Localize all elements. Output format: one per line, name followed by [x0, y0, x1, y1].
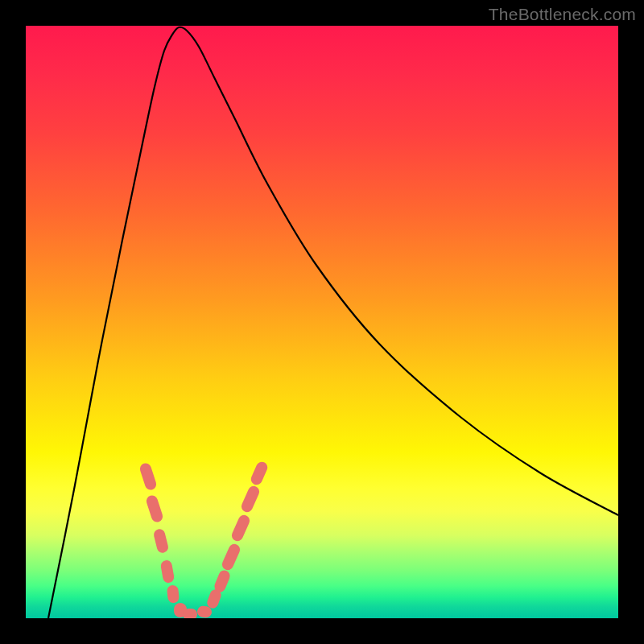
marker-left-branch — [167, 584, 180, 603]
marker-left-branch — [138, 462, 158, 492]
marker-left-branch — [145, 494, 164, 524]
bottleneck-curve — [48, 27, 618, 618]
marker-group — [138, 460, 269, 618]
curve-layer — [26, 26, 618, 618]
marker-right-branch — [221, 543, 242, 572]
marker-right-branch — [230, 514, 252, 543]
chart-frame: TheBottleneck.com — [0, 0, 644, 644]
marker-left-branch — [160, 559, 175, 584]
plot-area — [26, 26, 618, 618]
watermark-text: TheBottleneck.com — [489, 5, 636, 24]
marker-right-branch — [240, 485, 262, 514]
marker-bottom — [183, 609, 197, 618]
marker-left-branch — [153, 528, 170, 554]
marker-right-branch — [250, 460, 270, 486]
